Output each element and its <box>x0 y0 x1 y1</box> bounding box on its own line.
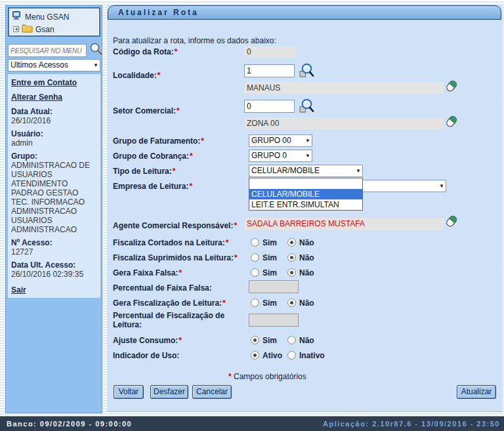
tipo-leitura-dropdown-list: CELULAR/MOBILE LEIT.E ENTR.SIMULTAN <box>249 178 363 211</box>
ajuste-consumo-radio-group: Sim Não <box>251 335 325 345</box>
percentual-fiscalizacao-label: Percentual de Fiscalização de Leitura: <box>113 311 238 329</box>
radio-label-sim: Sim <box>262 298 277 308</box>
radio-nao[interactable] <box>287 253 296 262</box>
setor-name: ZONA 00 <box>244 117 444 129</box>
last-access-value: 26/10/2016 02:39:35 <box>11 270 97 279</box>
setor-code-input[interactable] <box>244 100 295 113</box>
radio-nao[interactable] <box>287 268 296 277</box>
last-access-label: Data Ult. Acesso: <box>11 260 97 270</box>
setor-search-icon[interactable] <box>298 98 314 114</box>
radio-sim[interactable] <box>251 253 259 262</box>
radio-nao[interactable] <box>287 336 296 344</box>
agente-erase-icon[interactable] <box>446 214 459 229</box>
contact-link[interactable]: Entre em Contato <box>11 78 97 87</box>
current-date-label: Data Atual: <box>11 107 97 116</box>
agente-value: SADALA BARREIROS MUSTAFA <box>244 218 444 230</box>
recent-access-value: Ultimos Acessos <box>10 60 68 70</box>
percentual-fiscalizacao-input[interactable] <box>249 314 299 327</box>
grupo-cobranca-value: GRUPO 0 <box>251 151 287 160</box>
required-asterisk: * <box>234 253 238 262</box>
cancelar-button[interactable]: Cancelar <box>192 385 232 399</box>
required-asterisk: * <box>173 167 176 176</box>
chevron-down-icon <box>305 150 310 161</box>
radio-sim[interactable] <box>251 268 259 277</box>
radio-label-sim: Sim <box>262 253 277 262</box>
voltar-button[interactable]: Voltar <box>114 385 144 399</box>
dropdown-option-celular[interactable]: CELULAR/MOBILE <box>249 189 362 199</box>
access-number-label: Nº Acesso: <box>11 238 97 247</box>
dropdown-option-leit-entr[interactable]: LEIT.E ENTR.SIMULTAN <box>249 199 362 210</box>
dropdown-option-blank[interactable] <box>249 178 362 189</box>
access-number-value: 12727 <box>11 247 97 257</box>
chevron-down-icon <box>439 180 444 192</box>
required-asterisk: * <box>178 268 182 277</box>
radio-label-ativo: Ativo <box>262 351 282 360</box>
gera-fiscalizacao-label: Gera Fiscalização de Leitura:* <box>113 298 226 308</box>
fiscaliza-suprimidos-label: Fiscaliza Suprimidos na Leitura:* <box>113 253 238 262</box>
menu-title: Menu GSAN <box>25 12 69 22</box>
atualizar-button[interactable]: Atualizar <box>457 385 496 399</box>
gera-faixa-falsa-label: Gera Faixa Falsa:* <box>113 268 182 277</box>
desfazer-button[interactable]: Desfazer <box>150 385 188 399</box>
percentual-faixa-falsa-label: Percentual de Faixa Falsa: <box>113 283 212 293</box>
ajuste-consumo-label: Ajuste Consumo:* <box>113 336 182 345</box>
localidade-code-input[interactable] <box>244 64 295 77</box>
recent-access-select[interactable]: Ultimos Acessos <box>8 59 100 72</box>
gera-fiscalizacao-radio-group: Sim Não <box>251 298 325 308</box>
radio-nao[interactable] <box>287 298 296 307</box>
required-asterisk: * <box>201 136 204 146</box>
required-asterisk: * <box>190 152 193 161</box>
required-asterisk: * <box>177 106 180 115</box>
tipo-leitura-select[interactable]: CELULAR/MOBILE <box>249 165 363 177</box>
chevron-down-icon <box>93 60 98 71</box>
gera-faixa-falsa-radio-group: Sim Não <box>251 268 325 277</box>
required-asterisk: * <box>189 182 192 191</box>
codigo-rota-label: Código da Rota:* <box>113 47 177 56</box>
menu-search-input[interactable] <box>8 44 87 57</box>
change-password-link[interactable]: Alterar Senha <box>11 92 97 102</box>
radio-nao[interactable] <box>287 238 296 247</box>
radio-sim[interactable] <box>251 238 259 247</box>
radio-ativo[interactable] <box>251 351 259 359</box>
chevron-down-icon <box>356 165 361 176</box>
required-asterisk: * <box>158 71 161 80</box>
fiscaliza-suprimidos-radio-group: Sim Não <box>251 253 325 262</box>
grupo-faturamento-select[interactable]: GRUPO 00 <box>249 134 312 147</box>
radio-label-nao: Não <box>299 268 314 277</box>
radio-sim[interactable] <box>251 336 259 344</box>
radio-label-sim: Sim <box>262 268 277 277</box>
required-asterisk: * <box>178 336 182 345</box>
menu-root-item[interactable]: Menu GSAN <box>12 10 96 23</box>
radio-label-sim: Sim <box>262 238 277 247</box>
required-asterisk: * <box>175 47 178 56</box>
tree-node-gsan[interactable]: Gsan <box>12 23 96 35</box>
app-version: Aplicação: 2.10r87.6 - 13/09/2016 - 23:5… <box>323 417 500 431</box>
radio-label-nao: Não <box>299 253 314 262</box>
group-value: ADMINISTRACAO DE USUARIOS ATENDIMENTO PA… <box>11 161 97 234</box>
required-asterisk: * <box>226 238 229 247</box>
required-asterisk: * <box>222 298 226 308</box>
logout-link[interactable]: Sair <box>11 285 97 295</box>
grupo-cobranca-select[interactable]: GRUPO 0 <box>249 150 312 162</box>
localidade-label: Localidade:* <box>113 71 160 80</box>
expand-plus-icon[interactable] <box>13 26 19 32</box>
agente-label: Agente Comercial Responsável:* <box>113 221 237 230</box>
setor-erase-icon[interactable] <box>446 114 459 129</box>
localidade-search-icon[interactable] <box>298 62 314 79</box>
required-asterisk: * <box>228 372 232 381</box>
radio-sim[interactable] <box>251 298 259 307</box>
localidade-erase-icon[interactable] <box>446 79 459 94</box>
tipo-leitura-value: CELULAR/MOBILE <box>251 166 320 175</box>
empresa-leitura-label: Empresa de Leitura:* <box>113 182 192 191</box>
percentual-faixa-falsa-input[interactable] <box>249 280 299 293</box>
computer-icon <box>12 10 22 23</box>
sidebar: Menu GSAN Gsan Ultimos Acessos Entre em … <box>5 5 102 413</box>
radio-label-nao: Não <box>299 298 314 308</box>
content-panel: Atualizar Rota Para atualizar a rota, in… <box>107 5 503 412</box>
radio-inativo[interactable] <box>287 351 296 359</box>
user-info-panel: Entre em Contato Alterar Senha Data Atua… <box>8 74 100 298</box>
search-icon[interactable] <box>89 41 103 56</box>
user-value: admin <box>11 138 97 148</box>
required-asterisk: * <box>234 221 237 230</box>
radio-label-inativo: Inativo <box>299 351 325 360</box>
